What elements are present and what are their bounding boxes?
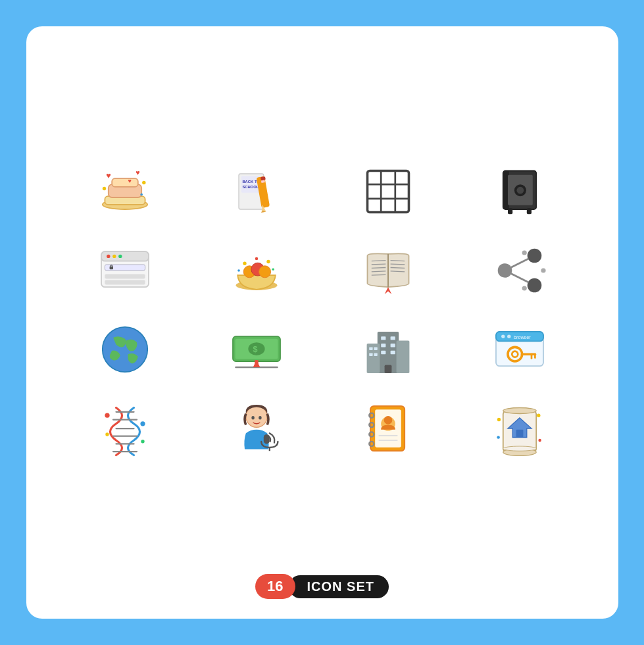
svg-text:♥: ♥ <box>128 178 131 184</box>
svg-rect-93 <box>369 353 372 356</box>
svg-line-62 <box>390 264 405 265</box>
svg-point-53 <box>237 269 240 272</box>
icon-building <box>329 320 447 379</box>
icon-back-to-school: BACK TO SCHOOL <box>197 162 316 221</box>
svg-rect-88 <box>390 344 395 347</box>
icon-secure-website <box>66 241 184 300</box>
icon-open-book <box>329 241 447 300</box>
svg-rect-95 <box>384 365 391 373</box>
icon-notebook <box>460 162 579 221</box>
svg-point-128 <box>384 416 392 425</box>
svg-point-8 <box>102 187 105 190</box>
svg-point-74 <box>102 327 147 372</box>
svg-point-114 <box>105 432 109 436</box>
svg-point-137 <box>497 418 500 421</box>
icon-key-browser: browser <box>460 320 579 379</box>
svg-line-64 <box>390 271 405 272</box>
svg-rect-86 <box>390 336 395 340</box>
badge-label: ICON SET <box>289 575 389 598</box>
icon-dna <box>66 399 184 458</box>
svg-point-118 <box>259 416 262 419</box>
svg-rect-94 <box>374 353 377 356</box>
svg-point-52 <box>255 257 258 261</box>
svg-text:♥: ♥ <box>136 168 139 176</box>
svg-point-140 <box>497 436 500 439</box>
svg-point-73 <box>522 286 526 290</box>
svg-point-50 <box>243 262 246 265</box>
svg-rect-83 <box>366 344 380 373</box>
icon-house-document <box>460 399 579 458</box>
icon-set-card: ♥ ♥ ♥ BACK TO SCHOOL <box>26 26 618 619</box>
svg-rect-92 <box>374 347 377 350</box>
svg-point-99 <box>507 335 510 338</box>
svg-point-134 <box>503 408 535 414</box>
svg-point-98 <box>501 335 505 338</box>
svg-rect-89 <box>381 351 385 354</box>
svg-rect-136 <box>516 430 523 438</box>
svg-rect-40 <box>109 267 112 270</box>
svg-rect-33 <box>526 208 531 214</box>
icon-contact-book <box>329 399 447 458</box>
svg-point-68 <box>497 263 512 278</box>
svg-text:$: $ <box>253 345 257 354</box>
svg-point-51 <box>266 260 270 263</box>
svg-line-59 <box>371 271 385 272</box>
svg-point-9 <box>140 194 143 196</box>
svg-line-63 <box>390 268 405 269</box>
svg-point-115 <box>141 440 144 443</box>
svg-line-58 <box>371 268 385 269</box>
svg-rect-91 <box>369 347 372 350</box>
svg-marker-65 <box>384 287 391 294</box>
icon-share <box>460 241 579 300</box>
svg-text:browser: browser <box>514 334 531 340</box>
icon-voice-woman <box>197 399 316 458</box>
svg-rect-32 <box>508 208 512 214</box>
svg-point-37 <box>112 255 116 258</box>
svg-line-57 <box>371 264 385 265</box>
svg-point-7 <box>142 181 145 184</box>
svg-point-72 <box>541 268 545 272</box>
svg-rect-90 <box>390 351 395 354</box>
svg-point-31 <box>516 187 524 194</box>
svg-rect-41 <box>105 274 145 278</box>
svg-line-60 <box>371 274 385 275</box>
svg-rect-22 <box>367 171 409 213</box>
icon-money-slider: $ <box>197 320 316 379</box>
svg-point-71 <box>522 250 526 255</box>
svg-line-56 <box>371 261 385 261</box>
svg-point-112 <box>105 413 109 418</box>
svg-text:SCHOOL: SCHOOL <box>242 185 259 189</box>
badge-row: 16 ICON SET <box>255 574 389 599</box>
svg-rect-119 <box>263 434 269 444</box>
svg-rect-81 <box>255 360 258 367</box>
svg-point-133 <box>503 446 535 451</box>
svg-point-117 <box>251 416 255 419</box>
svg-point-113 <box>140 421 145 426</box>
icon-love-cake: ♥ ♥ ♥ <box>66 162 184 221</box>
svg-point-138 <box>537 414 540 417</box>
svg-rect-87 <box>381 344 385 347</box>
svg-rect-85 <box>381 336 385 340</box>
svg-point-38 <box>118 255 122 258</box>
icon-grid <box>329 162 447 221</box>
svg-text:♥: ♥ <box>106 171 111 180</box>
svg-line-70 <box>510 274 528 283</box>
svg-point-54 <box>272 268 274 271</box>
badge-count: 16 <box>255 574 295 599</box>
svg-line-61 <box>390 261 405 261</box>
svg-point-36 <box>107 255 110 258</box>
icon-earth <box>66 320 184 379</box>
svg-rect-42 <box>105 280 145 284</box>
svg-line-69 <box>510 259 528 268</box>
svg-rect-84 <box>396 341 409 374</box>
icon-fruit-bowl <box>197 241 316 300</box>
svg-point-67 <box>527 278 541 293</box>
svg-point-139 <box>538 439 541 442</box>
svg-rect-3 <box>112 178 138 187</box>
icon-grid: ♥ ♥ ♥ BACK TO SCHOOL <box>66 53 579 567</box>
svg-point-66 <box>527 249 541 263</box>
